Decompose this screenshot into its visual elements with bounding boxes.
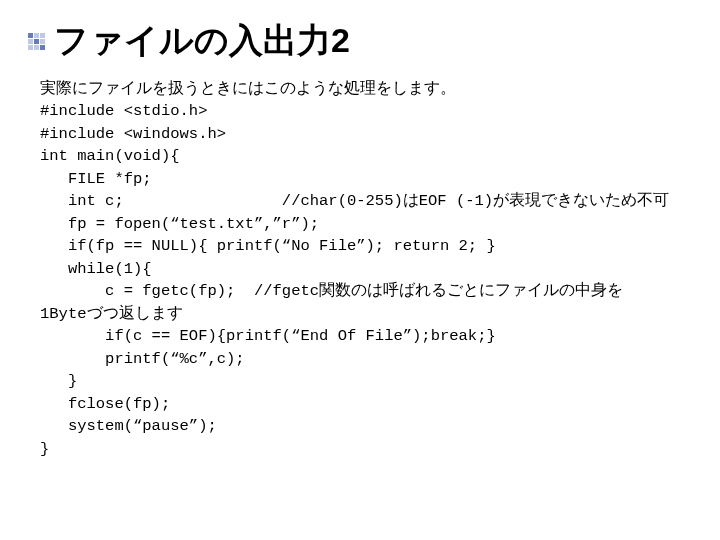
svg-rect-8 — [40, 45, 45, 50]
code-line: if(c == EOF){printf(“End Of File”);break… — [40, 327, 496, 345]
svg-rect-1 — [34, 33, 39, 38]
svg-rect-2 — [40, 33, 45, 38]
code-line: printf(“%c”,c); — [40, 350, 245, 368]
code-line: system(“pause”); — [40, 417, 217, 435]
slide: ファイルの入出力2 実際にファイルを扱うときにはこのような処理をします。 #in… — [0, 0, 720, 540]
code-line: while(1){ — [40, 260, 152, 278]
code-line: } — [40, 440, 49, 458]
slide-title: ファイルの入出力2 — [54, 18, 350, 64]
code-line: 1Byteづつ返します — [40, 305, 183, 323]
code-line: int main(void){ — [40, 147, 180, 165]
code-line: } — [40, 372, 77, 390]
title-row: ファイルの入出力2 — [28, 18, 692, 64]
code-line: fclose(fp); — [40, 395, 170, 413]
svg-rect-6 — [28, 45, 33, 50]
svg-rect-3 — [28, 39, 33, 44]
code-line: fp = fopen(“test.txt”,”r”); — [40, 215, 319, 233]
code-line: int c; //char(0-255)はEOF (-1)が表現できないため不可 — [40, 192, 669, 210]
slide-bullet-icon — [28, 33, 44, 49]
code-block: 実際にファイルを扱うときにはこのような処理をします。 #include <std… — [40, 78, 692, 460]
code-line: if(fp == NULL){ printf(“No File”); retur… — [40, 237, 496, 255]
code-line: FILE *fp; — [40, 170, 152, 188]
svg-rect-0 — [28, 33, 33, 38]
code-line: #include <stdio.h> — [40, 102, 207, 120]
code-line: #include <windows.h> — [40, 125, 226, 143]
svg-rect-5 — [40, 39, 45, 44]
svg-rect-7 — [34, 45, 39, 50]
code-line: 実際にファイルを扱うときにはこのような処理をします。 — [40, 80, 456, 98]
code-line: c = fgetc(fp); //fgetc関数のは呼ばれるごとにファイルの中身… — [40, 282, 623, 300]
svg-rect-4 — [34, 39, 39, 44]
